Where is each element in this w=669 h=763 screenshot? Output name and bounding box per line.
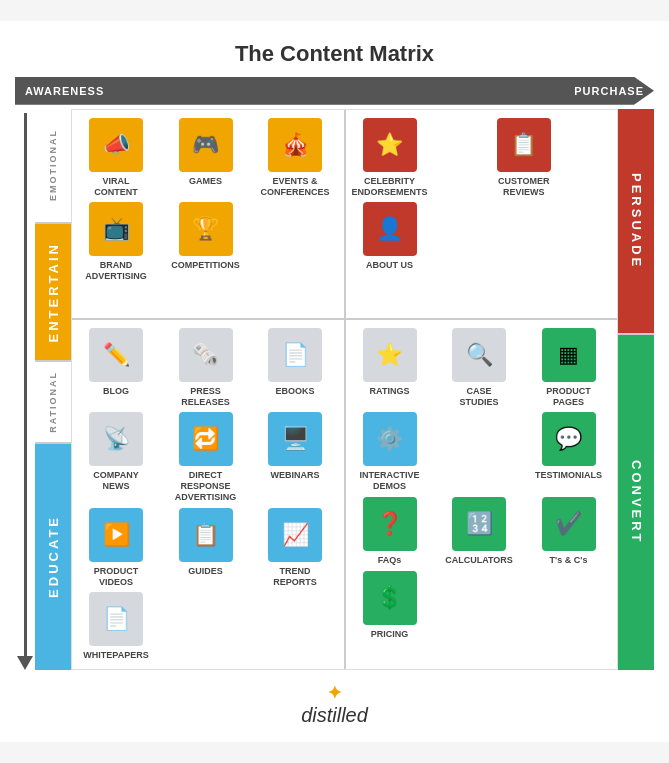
- product-pages-icon: ▦: [542, 328, 596, 382]
- item-case-studies: 🔍 CASESTUDIES: [439, 328, 519, 408]
- pricing-icon: 💲: [363, 571, 417, 625]
- bottom-left-quadrant: ✏️ BLOG 🗞️ PRESSRELEASES 📄 EBOOKS: [72, 320, 346, 669]
- awareness-purchase-arrow: AWARENESS PURCHASE: [15, 77, 654, 105]
- item-celebrity-endorsements: ⭐ CELEBRITYENDORSEMENTS: [350, 118, 430, 198]
- vertical-awareness-arrow: [15, 109, 35, 670]
- reviews-icon: 📋: [497, 118, 551, 172]
- guides-label: GUIDES: [188, 566, 223, 577]
- item-webinars: 🖥️ WEBINARS: [255, 412, 335, 502]
- brand-logo-dot: ✦: [327, 683, 342, 703]
- whitepapers-icon: 📄: [89, 592, 143, 646]
- whitepapers-label: WHITEPAPERS: [83, 650, 148, 661]
- interactive-demos-label: INTERACTIVEDEMOS: [359, 470, 419, 492]
- item-product-videos: ▶️ PRODUCTVIDEOS: [76, 508, 156, 588]
- item-interactive-demos: ⚙️ INTERACTIVEDEMOS: [350, 412, 430, 492]
- item-company-news: 📡 COMPANYNEWS: [76, 412, 156, 502]
- events-icon: 🎪: [268, 118, 322, 172]
- product-pages-label: PRODUCTPAGES: [546, 386, 591, 408]
- blog-icon: ✏️: [89, 328, 143, 382]
- trend-reports-label: TRENDREPORTS: [273, 566, 317, 588]
- item-guides: 📋 GUIDES: [166, 508, 246, 588]
- item-events-conferences: 🎪 EVENTS &CONFERENCES: [255, 118, 335, 198]
- pricing-label: PRICING: [371, 629, 409, 640]
- calculators-label: CALCULATORS: [445, 555, 513, 566]
- item-brand-advertising: 📺 BRANDADVERTISING: [76, 202, 156, 282]
- item-customer-reviews: 📋 CUSTOMERREVIEWS: [484, 118, 564, 198]
- page-title: The Content Matrix: [15, 41, 654, 67]
- company-news-icon: 📡: [89, 412, 143, 466]
- main-container: The Content Matrix AWARENESS PURCHASE EM…: [0, 21, 669, 742]
- item-trend-reports: 📈 TRENDREPORTS: [255, 508, 335, 588]
- events-label: EVENTS &CONFERENCES: [260, 176, 329, 198]
- item-competitions: 🏆 COMPETITIONS: [166, 202, 246, 282]
- direct-response-label: DIRECTRESPONSEADVERTISING: [175, 470, 237, 502]
- celebrity-label: CELEBRITYENDORSEMENTS: [351, 176, 427, 198]
- about-label: ABOUT US: [366, 260, 413, 271]
- item-direct-response: 🔁 DIRECTRESPONSEADVERTISING: [166, 412, 246, 502]
- item-pricing: 💲 PRICING: [350, 571, 430, 640]
- testimonials-icon: 💬: [542, 412, 596, 466]
- case-studies-icon: 🔍: [452, 328, 506, 382]
- item-ratings: ⭐ RATINGS: [350, 328, 430, 408]
- webinars-label: WEBINARS: [271, 470, 320, 481]
- press-icon: 🗞️: [179, 328, 233, 382]
- item-ebooks: 📄 EBOOKS: [255, 328, 335, 408]
- calculators-icon: 🔢: [452, 497, 506, 551]
- item-blog: ✏️ BLOG: [76, 328, 156, 408]
- item-games: 🎮 GAMES: [166, 118, 246, 198]
- case-studies-label: CASESTUDIES: [459, 386, 498, 408]
- about-icon: 👤: [363, 202, 417, 256]
- testimonials-label: TESTIMONIALS: [535, 470, 602, 481]
- competitions-icon: 🏆: [179, 202, 233, 256]
- competitions-label: COMPETITIONS: [171, 260, 240, 271]
- top-right-quadrant: ⭐ CELEBRITYENDORSEMENTS 📋 CUSTOMERREVIEW…: [346, 110, 618, 318]
- product-videos-icon: ▶️: [89, 508, 143, 562]
- awareness-label: AWARENESS: [25, 85, 104, 97]
- celebrity-icon: ⭐: [363, 118, 417, 172]
- product-videos-label: PRODUCTVIDEOS: [94, 566, 139, 588]
- brand-ad-icon: 📺: [89, 202, 143, 256]
- convert-label: CONVERT: [629, 460, 644, 545]
- games-label: GAMES: [189, 176, 222, 187]
- ebooks-icon: 📄: [268, 328, 322, 382]
- press-label: PRESSRELEASES: [181, 386, 230, 408]
- item-product-pages: ▦ PRODUCTPAGES: [529, 328, 609, 408]
- direct-response-icon: 🔁: [179, 412, 233, 466]
- viral-content-label: VIRALCONTENT: [94, 176, 138, 198]
- persuade-label: PERSUADE: [629, 173, 644, 269]
- top-left-quadrant: 📣 VIRALCONTENT 🎮 GAMES 🎪 EVENTS &CONFERE…: [72, 110, 346, 318]
- guides-icon: 📋: [179, 508, 233, 562]
- item-calculators: 🔢 CALCULATORS: [439, 497, 519, 566]
- interactive-demos-icon: ⚙️: [363, 412, 417, 466]
- reviews-label: CUSTOMERREVIEWS: [498, 176, 549, 198]
- viral-content-icon: 📣: [89, 118, 143, 172]
- item-terms: ✔️ T's & C's: [529, 497, 609, 566]
- item-whitepapers: 📄 WHITEPAPERS: [76, 592, 156, 661]
- educate-label: EDUCATE: [46, 515, 61, 598]
- item-about-us: 👤 ABOUT US: [350, 202, 430, 271]
- games-icon: 🎮: [179, 118, 233, 172]
- bottom-right-quadrant: ⭐ RATINGS 🔍 CASESTUDIES ▦ PRODUCTPAGES: [346, 320, 618, 669]
- item-faqs: ❓ FAQs: [350, 497, 430, 566]
- trend-reports-icon: 📈: [268, 508, 322, 562]
- item-press-releases: 🗞️ PRESSRELEASES: [166, 328, 246, 408]
- faqs-label: FAQs: [378, 555, 402, 566]
- item-testimonials: 💬 TESTIMONIALS: [529, 412, 609, 492]
- ratings-icon: ⭐: [363, 328, 417, 382]
- entertain-label: ENTERTAIN: [46, 242, 61, 342]
- purchase-label: PURCHASE: [574, 85, 644, 97]
- terms-icon: ✔️: [542, 497, 596, 551]
- item-viral-content: 📣 VIRALCONTENT: [76, 118, 156, 198]
- brand-name: distilled: [301, 704, 368, 726]
- ebooks-label: EBOOKS: [275, 386, 314, 397]
- brand-ad-label: BRANDADVERTISING: [85, 260, 147, 282]
- webinars-icon: 🖥️: [268, 412, 322, 466]
- company-news-label: COMPANYNEWS: [93, 470, 138, 492]
- terms-label: T's & C's: [550, 555, 588, 566]
- rational-label: RATIONAL: [48, 371, 58, 433]
- emotional-label: EMOTIONAL: [48, 129, 58, 201]
- blog-label: BLOG: [103, 386, 129, 397]
- ratings-label: RATINGS: [370, 386, 410, 397]
- faqs-icon: ❓: [363, 497, 417, 551]
- footer: ✦ distilled: [15, 682, 654, 727]
